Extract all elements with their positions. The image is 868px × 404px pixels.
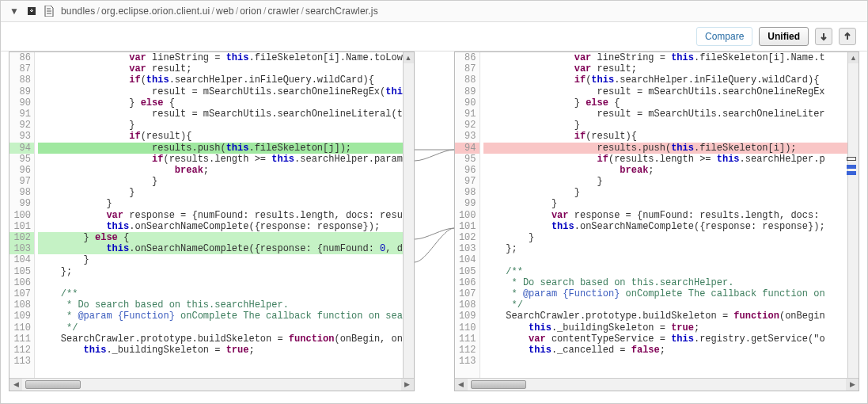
left-pane: 8687888990919293949596979899100101102103… — [9, 51, 415, 391]
scroll-up-icon[interactable]: ▲ — [404, 52, 414, 63]
diff-container: 8687888990919293949596979899100101102103… — [1, 51, 867, 391]
file-icon — [44, 6, 55, 17]
scroll-right-icon[interactable]: ▶ — [846, 379, 859, 391]
right-pane: 8687888990919293949596979899100101102103… — [454, 51, 860, 391]
left-code[interactable]: var lineString = this.fileSkeleton[i].Na… — [35, 52, 414, 378]
left-gutter: 8687888990919293949596979899100101102103… — [9, 52, 35, 378]
overview-ruler[interactable] — [844, 54, 859, 371]
scroll-right-icon[interactable]: ▶ — [401, 379, 414, 391]
scroll-left-icon[interactable]: ◀ — [9, 379, 22, 391]
scroll-left-icon[interactable]: ◀ — [455, 379, 468, 391]
hscroll-thumb[interactable] — [25, 380, 81, 389]
compare-button[interactable]: Compare — [696, 27, 752, 46]
left-hscrollbar[interactable]: ◀ ▶ — [9, 378, 414, 391]
diff-toolbar: Compare Unified — [1, 22, 867, 51]
left-vscrollbar[interactable]: ▲ — [403, 52, 414, 378]
hscroll-thumb[interactable] — [471, 380, 526, 389]
diff-connector — [415, 51, 454, 391]
download-icon[interactable] — [26, 6, 37, 17]
prev-diff-button[interactable] — [839, 28, 856, 45]
right-code[interactable]: var lineString = this.fileSkeleton[i].Na… — [480, 52, 859, 378]
file-header: ▼ bundles/org.eclipse.orion.client.ui/we… — [1, 1, 867, 22]
right-gutter: 8687888990919293949596979899100101102103… — [455, 52, 480, 378]
unified-button[interactable]: Unified — [759, 27, 809, 46]
breadcrumb[interactable]: bundles/org.eclipse.orion.client.ui/web/… — [61, 6, 378, 17]
next-diff-button[interactable] — [815, 28, 832, 45]
right-hscrollbar[interactable]: ◀ ▶ — [455, 378, 859, 391]
collapse-toggle-icon[interactable]: ▼ — [9, 6, 20, 17]
